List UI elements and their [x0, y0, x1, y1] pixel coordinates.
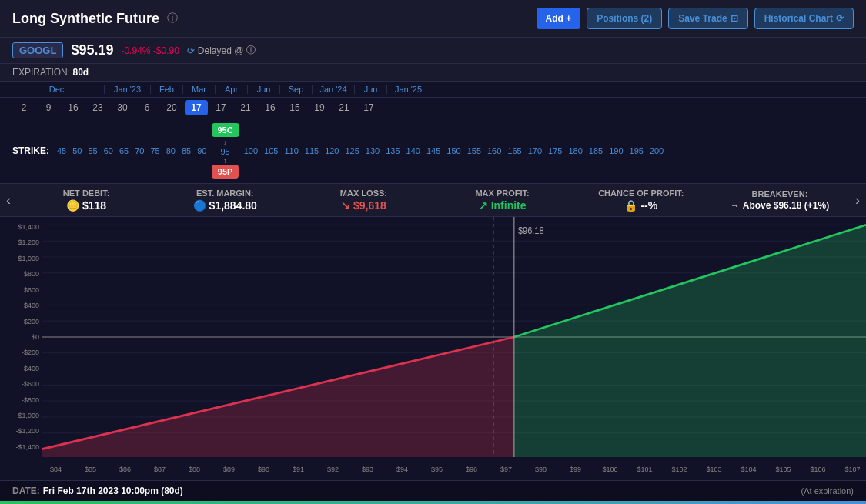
net-debit-value: $118	[82, 199, 106, 212]
strike-70[interactable]: 70	[132, 146, 147, 155]
chart-area: $1,400 $1,200 $1,000 $800 $600 $400 $200…	[0, 217, 866, 480]
month-feb[interactable]: Feb	[151, 85, 183, 94]
date-2[interactable]: 2	[12, 100, 35, 115]
month-jun2[interactable]: Jun	[355, 85, 387, 94]
prev-arrow[interactable]: ‹	[0, 192, 17, 209]
y-1000: $1,000	[18, 255, 39, 262]
x-94: $94	[389, 466, 416, 473]
add-button[interactable]: Add +	[537, 8, 581, 29]
header: Long Synthetic Future ⓘ Add + Positions …	[0, 0, 866, 38]
stat-max-loss: MAX LOSS: ↘ $9,618	[294, 189, 433, 212]
month-dec[interactable]: Dec	[12, 85, 105, 94]
month-jan24[interactable]: Jan '24	[313, 85, 355, 94]
date-17c[interactable]: 17	[357, 100, 380, 115]
x-107: $107	[839, 466, 866, 473]
strike-200[interactable]: 200	[647, 146, 667, 155]
months-row: Dec Jan '23 Feb Mar Apr Jun Sep Jan '24 …	[0, 82, 866, 98]
strike-190[interactable]: 190	[606, 146, 626, 155]
month-jan23[interactable]: Jan '23	[105, 85, 151, 94]
date-20[interactable]: 20	[160, 100, 183, 115]
historical-chart-button[interactable]: Historical Chart ⟳	[754, 8, 854, 29]
progress-bar	[0, 501, 866, 504]
strike-145[interactable]: 145	[423, 146, 443, 155]
date-23[interactable]: 23	[86, 100, 109, 115]
chance-profit-value: --%	[640, 199, 657, 212]
strike-95[interactable]: 95	[219, 147, 231, 156]
date-16[interactable]: 16	[62, 100, 85, 115]
strike-135[interactable]: 135	[383, 146, 403, 155]
call-tag[interactable]: 95C	[212, 123, 239, 137]
strike-155[interactable]: 155	[464, 146, 484, 155]
svg-marker-15	[42, 337, 514, 457]
strike-175[interactable]: 175	[545, 146, 565, 155]
strike-125[interactable]: 125	[342, 146, 362, 155]
price-change: -0.94% -$0.90	[121, 45, 179, 56]
strike-row: STRIKE: 45 50 55 60 65 70 75 80 85 90 95…	[0, 118, 866, 184]
strike-60[interactable]: 60	[101, 146, 116, 155]
month-sep[interactable]: Sep	[280, 85, 313, 94]
month-apr[interactable]: Apr	[216, 85, 248, 94]
strike-150[interactable]: 150	[443, 146, 463, 155]
strike-55[interactable]: 55	[85, 146, 101, 155]
strike-65[interactable]: 65	[116, 146, 132, 155]
strike-170[interactable]: 170	[525, 146, 545, 155]
strike-195[interactable]: 195	[627, 146, 647, 155]
save-trade-button[interactable]: Save Trade ⊡	[668, 8, 747, 29]
strike-185[interactable]: 185	[586, 146, 606, 155]
strike-45[interactable]: 45	[54, 146, 69, 155]
date-17-active[interactable]: 17	[185, 100, 208, 115]
x-92: $92	[319, 466, 346, 473]
x-84: $84	[42, 466, 69, 473]
strike-50[interactable]: 50	[69, 146, 85, 155]
x-99: $99	[562, 466, 589, 473]
stat-chance-profit: CHANCE OF PROFIT: 🔒 --%	[572, 189, 711, 212]
arrow-down-icon: ↘	[341, 199, 350, 212]
max-loss-label: MAX LOSS:	[294, 189, 433, 198]
clock-icon: ⟳	[836, 13, 844, 24]
month-mar[interactable]: Mar	[183, 85, 216, 94]
x-106: $106	[804, 466, 831, 473]
footer-date-value: Fri Feb 17th 2023 10:00pm (80d)	[43, 486, 183, 496]
x-88: $88	[181, 466, 208, 473]
date-21a[interactable]: 21	[234, 100, 257, 115]
strike-105[interactable]: 105	[261, 146, 281, 155]
strike-120[interactable]: 120	[322, 146, 342, 155]
strike-110[interactable]: 110	[281, 146, 301, 155]
date-16b[interactable]: 16	[259, 100, 282, 115]
strike-100[interactable]: 100	[241, 146, 261, 155]
x-104: $104	[735, 466, 762, 473]
strike-90[interactable]: 90	[194, 146, 209, 155]
date-15[interactable]: 15	[283, 100, 306, 115]
strike-80[interactable]: 80	[163, 146, 179, 155]
date-30[interactable]: 30	[111, 100, 134, 115]
positions-button[interactable]: Positions (2)	[587, 8, 662, 29]
strike-85[interactable]: 85	[179, 146, 194, 155]
y-neg1000: -$1,000	[15, 412, 39, 419]
ticker-badge[interactable]: GOOGL	[12, 42, 63, 58]
month-jun1[interactable]: Jun	[248, 85, 280, 94]
y-neg400: -$400	[22, 365, 39, 372]
info-icon[interactable]: ⓘ	[167, 12, 178, 25]
date-9[interactable]: 9	[37, 100, 60, 115]
strike-75[interactable]: 75	[148, 146, 163, 155]
date-21b[interactable]: 21	[333, 100, 356, 115]
strike-160[interactable]: 160	[484, 146, 504, 155]
x-93: $93	[354, 466, 381, 473]
strike-180[interactable]: 180	[565, 146, 585, 155]
next-arrow[interactable]: ›	[849, 192, 866, 209]
x-89: $89	[216, 466, 242, 473]
strike-115[interactable]: 115	[302, 146, 322, 155]
x-101: $101	[631, 466, 658, 473]
date-19[interactable]: 19	[308, 100, 331, 115]
date-17b[interactable]: 17	[209, 100, 232, 115]
y-neg200: -$200	[22, 349, 39, 356]
x-102: $102	[666, 466, 693, 473]
put-tag[interactable]: 95P	[212, 165, 239, 179]
y-800: $800	[24, 270, 39, 278]
y-0: $0	[32, 333, 39, 341]
strike-140[interactable]: 140	[403, 146, 423, 155]
strike-130[interactable]: 130	[363, 146, 383, 155]
month-jan25[interactable]: Jan '25	[387, 85, 430, 94]
strike-165[interactable]: 165	[504, 146, 524, 155]
date-6[interactable]: 6	[135, 100, 159, 115]
